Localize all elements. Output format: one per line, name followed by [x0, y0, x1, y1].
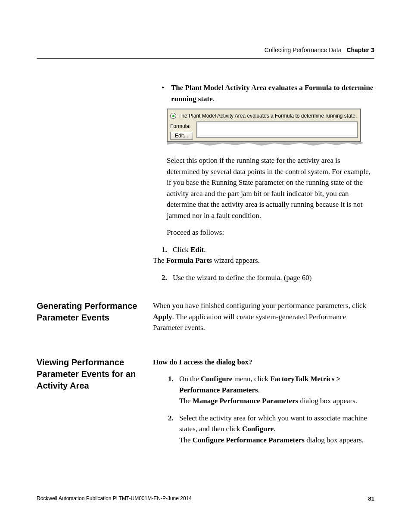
- header-chapter: Chapter 3: [346, 47, 374, 53]
- bullet-glyph: •: [162, 82, 171, 104]
- view-step-2: Select the activity area for which you w…: [179, 413, 374, 435]
- step-number: 1.: [162, 244, 173, 255]
- how-do-i-heading: How do I access the dialog box?: [153, 357, 374, 368]
- side-heading-generating: Generating Performance Parameter Events: [37, 300, 153, 324]
- proceed-label: Proceed as follows:: [167, 227, 374, 238]
- page-number: 81: [368, 495, 374, 502]
- view-step-2-result: The Configure Performance Parameters dia…: [179, 435, 374, 446]
- radio-label: The Plant Model Activity Area evaluates …: [178, 112, 357, 120]
- side-heading-viewing: Viewing Performance Parameter Events for…: [37, 357, 153, 392]
- formula-input[interactable]: [196, 121, 358, 138]
- header-section: Collecting Performance Data: [265, 47, 342, 53]
- header-rule: [37, 58, 374, 59]
- running-header: Collecting Performance Data Chapter 3: [37, 47, 374, 53]
- step-1-result: The Formula Parts wizard appears.: [153, 255, 374, 266]
- view-step-1: On the Configure menu, click FactoryTalk…: [179, 373, 374, 395]
- step-number: 2.: [162, 272, 173, 283]
- step-number: 1.: [168, 373, 179, 395]
- radio-selected-icon[interactable]: [170, 113, 176, 119]
- gen-paragraph: When you have finished configuring your …: [153, 300, 374, 333]
- bullet-text: The Plant Model Activity Area evaluates …: [171, 82, 374, 104]
- formula-screenshot: The Plant Model Activity Area evaluates …: [167, 109, 363, 146]
- torn-edge-icon: [167, 142, 363, 146]
- page-footer: Rockwell Automation Publication PLTMT-UM…: [37, 495, 374, 502]
- step-number: 2.: [168, 413, 179, 435]
- formula-label: Formula:: [170, 121, 193, 130]
- view-step-1-result: The Manage Performance Parameters dialog…: [179, 395, 374, 407]
- step-1: Click Edit.: [173, 244, 374, 255]
- publication-id: Rockwell Automation Publication PLTMT-UM…: [37, 495, 192, 502]
- edit-button[interactable]: Edit...: [170, 132, 193, 140]
- step-2: Use the wizard to define the formula. (p…: [173, 272, 374, 283]
- option-description: Select this option if the running state …: [167, 155, 374, 221]
